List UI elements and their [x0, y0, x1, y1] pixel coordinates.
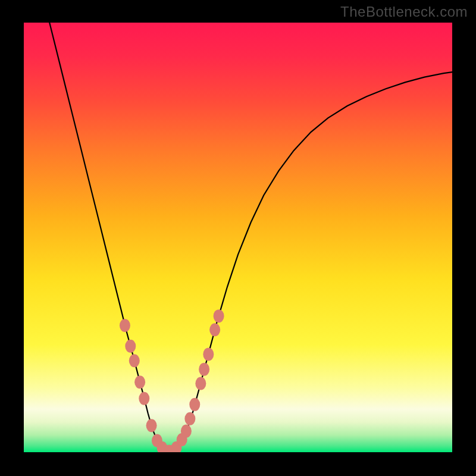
- chart-canvas: TheBottleneck.com: [0, 0, 476, 476]
- watermark-text: TheBottleneck.com: [340, 4, 468, 20]
- heat-gradient-background: [24, 23, 452, 452]
- svg-rect-0: [24, 23, 452, 452]
- plot-area: [24, 23, 452, 452]
